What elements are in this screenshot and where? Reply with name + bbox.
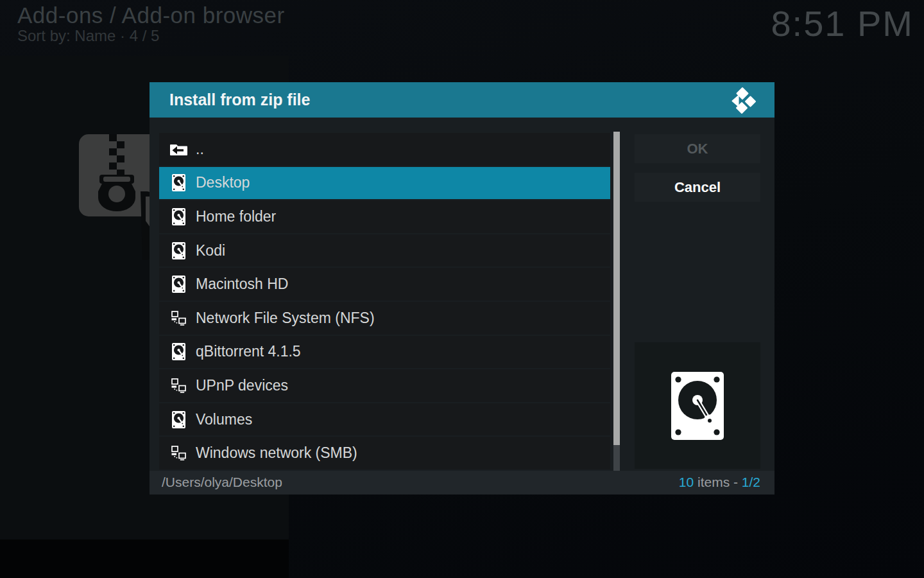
network-icon	[169, 308, 187, 328]
file-row-label: qBittorrent 4.1.5	[196, 343, 301, 360]
file-list: .. Desktop Home folder Kodi	[159, 133, 610, 469]
clock: 8:51 PM	[771, 3, 914, 44]
file-row-label: Network File System (NFS)	[196, 310, 375, 327]
hard-disk-preview-icon	[671, 372, 724, 440]
file-row-label: Kodi	[196, 242, 225, 259]
hard-disk-icon	[169, 241, 187, 260]
file-row-label: Windows network (SMB)	[196, 444, 357, 462]
page-indicator: 1/2	[742, 475, 760, 489]
network-icon	[169, 376, 187, 395]
preview-panel	[635, 342, 760, 469]
file-row[interactable]: Kodi	[159, 234, 610, 267]
file-row[interactable]: Home folder	[159, 200, 610, 233]
current-path: /Users/olya/Desktop	[162, 471, 282, 494]
breadcrumb: Add-ons / Add-on browser	[17, 3, 285, 28]
file-row[interactable]: Network File System (NFS)	[159, 302, 610, 335]
file-row[interactable]: UPnP devices	[159, 369, 610, 402]
item-count-number: 10	[679, 475, 694, 489]
hard-disk-icon	[169, 173, 187, 193]
kodi-logo-icon	[729, 86, 757, 114]
file-row[interactable]: Volumes	[159, 403, 610, 436]
status-bar: /Users/olya/Desktop 10 items - 1/2	[150, 471, 774, 495]
file-row[interactable]: qBittorrent 4.1.5	[159, 336, 610, 369]
hard-disk-icon	[169, 410, 187, 429]
file-row[interactable]: Desktop	[159, 167, 610, 200]
scrollbar-thumb[interactable]	[613, 132, 620, 445]
file-row[interactable]: Macintosh HD	[159, 268, 610, 301]
hard-disk-icon	[169, 275, 187, 294]
file-row-label: UPnP devices	[196, 377, 288, 394]
file-row[interactable]: Windows network (SMB)	[159, 437, 610, 469]
hard-disk-icon	[169, 207, 187, 226]
install-from-zip-dialog: Install from zip file .. Desktop	[150, 82, 774, 495]
kodi-screen: Add-ons / Add-on browser Sort by: Name ·…	[0, 0, 924, 578]
network-icon	[169, 444, 187, 463]
item-count: 10 items - 1/2	[679, 471, 760, 494]
file-row-label: Macintosh HD	[196, 276, 288, 293]
background-strip	[0, 539, 289, 578]
dialog-header: Install from zip file	[150, 82, 774, 118]
parent-folder-icon	[169, 139, 187, 159]
item-count-label: items -	[694, 475, 742, 489]
scrollbar-track[interactable]	[613, 132, 620, 472]
file-row-label: Volumes	[196, 411, 252, 428]
hard-disk-icon	[169, 342, 187, 362]
file-row-label: Desktop	[196, 174, 250, 191]
file-row-label: Home folder	[196, 208, 276, 225]
sort-status: Sort by: Name · 4 / 5	[17, 27, 159, 45]
dialog-title: Install from zip file	[169, 82, 310, 118]
file-row-label: ..	[196, 141, 204, 158]
ok-button[interactable]: OK	[635, 134, 760, 163]
cancel-button[interactable]: Cancel	[635, 173, 760, 202]
file-row[interactable]: ..	[159, 133, 610, 166]
